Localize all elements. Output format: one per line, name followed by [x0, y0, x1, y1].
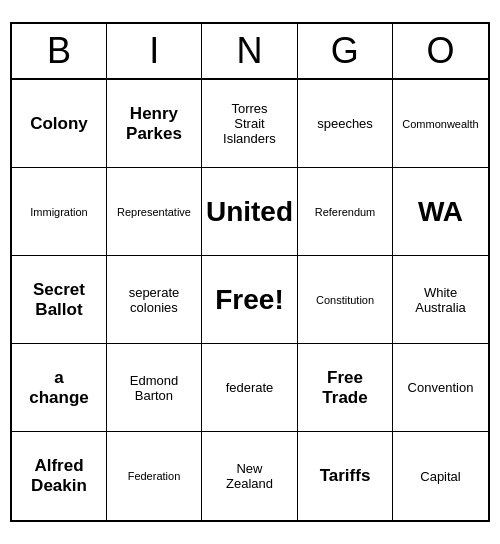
header-letter: G	[298, 24, 393, 78]
header-letter: B	[12, 24, 107, 78]
bingo-cell[interactable]: EdmondBarton	[107, 344, 202, 432]
bingo-cell[interactable]: Tariffs	[298, 432, 393, 520]
bingo-cell[interactable]: Commonwealth	[393, 80, 488, 168]
bingo-cell[interactable]: NewZealand	[202, 432, 298, 520]
bingo-cell[interactable]: Constitution	[298, 256, 393, 344]
bingo-cell[interactable]: federate	[202, 344, 298, 432]
cell-text: Representative	[117, 206, 191, 218]
bingo-cell[interactable]: Representative	[107, 168, 202, 256]
cell-text: Colony	[30, 114, 88, 134]
cell-text: Referendum	[315, 206, 376, 218]
cell-text: NewZealand	[226, 461, 273, 491]
cell-text: Capital	[420, 469, 460, 484]
cell-text: AlfredDeakin	[31, 456, 87, 496]
bingo-cell[interactable]: TorresStraitIslanders	[202, 80, 298, 168]
cell-text: Commonwealth	[402, 118, 478, 130]
cell-text: WA	[418, 196, 463, 228]
cell-text: Convention	[408, 380, 474, 395]
bingo-cell[interactable]: HenryParkes	[107, 80, 202, 168]
cell-text: Federation	[128, 470, 181, 482]
bingo-cell[interactable]: WA	[393, 168, 488, 256]
bingo-cell[interactable]: AlfredDeakin	[12, 432, 107, 520]
header-letter: I	[107, 24, 202, 78]
bingo-cell[interactable]: Free!	[202, 256, 298, 344]
cell-text: WhiteAustralia	[415, 285, 466, 315]
bingo-cell[interactable]: FreeTrade	[298, 344, 393, 432]
cell-text: United	[206, 196, 293, 228]
bingo-cell[interactable]: WhiteAustralia	[393, 256, 488, 344]
header-letter: N	[202, 24, 297, 78]
cell-text: speeches	[317, 116, 373, 131]
cell-text: HenryParkes	[126, 104, 182, 144]
bingo-cell[interactable]: seperatecolonies	[107, 256, 202, 344]
cell-text: achange	[29, 368, 89, 408]
cell-text: TorresStraitIslanders	[223, 101, 276, 146]
cell-text: Tariffs	[320, 466, 371, 486]
bingo-grid: ColonyHenryParkesTorresStraitIslanderssp…	[12, 80, 488, 520]
bingo-cell[interactable]: Immigration	[12, 168, 107, 256]
bingo-cell[interactable]: Referendum	[298, 168, 393, 256]
cell-text: EdmondBarton	[130, 373, 178, 403]
cell-text: Free!	[215, 284, 283, 316]
cell-text: Immigration	[30, 206, 87, 218]
bingo-cell[interactable]: speeches	[298, 80, 393, 168]
bingo-cell[interactable]: Capital	[393, 432, 488, 520]
bingo-cell[interactable]: Federation	[107, 432, 202, 520]
bingo-cell[interactable]: United	[202, 168, 298, 256]
bingo-cell[interactable]: Convention	[393, 344, 488, 432]
cell-text: seperatecolonies	[129, 285, 180, 315]
cell-text: SecretBallot	[33, 280, 85, 320]
bingo-cell[interactable]: Colony	[12, 80, 107, 168]
bingo-header: BINGO	[12, 24, 488, 80]
cell-text: Constitution	[316, 294, 374, 306]
cell-text: FreeTrade	[322, 368, 367, 408]
bingo-cell[interactable]: achange	[12, 344, 107, 432]
bingo-cell[interactable]: SecretBallot	[12, 256, 107, 344]
header-letter: O	[393, 24, 488, 78]
cell-text: federate	[226, 380, 274, 395]
bingo-card: BINGO ColonyHenryParkesTorresStraitIslan…	[10, 22, 490, 522]
